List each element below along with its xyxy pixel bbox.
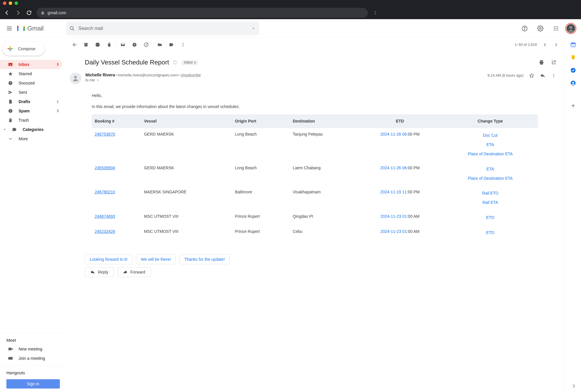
nav-item-spam[interactable]: Spam3 [0,106,62,116]
delete-button[interactable] [106,42,112,48]
smart-reply-button[interactable]: We will be there! [136,254,176,264]
help-button[interactable] [519,23,530,34]
booking-link[interactable]: 246753870 [95,132,115,136]
message-more-button[interactable] [551,73,557,78]
snooze-button[interactable] [132,42,137,48]
change-link[interactable]: Rail ETA [445,198,535,207]
star-message-button[interactable] [529,73,535,78]
nav-item-inbox[interactable]: Inbox3 [0,60,62,69]
contacts-addon-button[interactable] [570,80,576,86]
nav-item-more[interactable]: More [0,134,62,143]
reply-icon-button[interactable] [540,73,546,78]
nav-item-sent[interactable]: Sent [0,88,62,97]
booking-link[interactable]: 244874693 [95,214,115,219]
change-link[interactable]: ETD [445,213,535,222]
change-link[interactable]: ETA [445,140,535,150]
calendar-addon-button[interactable]: 31 [570,42,576,48]
svg-point-7 [554,26,555,27]
change-link[interactable]: Rail ETD [445,189,535,198]
etd-link[interactable]: 2024-11-19 11 [380,190,407,194]
svg-point-13 [554,30,555,30]
nav-item-trash[interactable]: Trash [0,116,62,125]
main-menu-button[interactable] [2,25,16,32]
search-options-button[interactable] [250,26,256,31]
new-meeting-button[interactable]: New meeting [0,344,66,354]
smart-reply-button[interactable]: Looking forward to it! [85,254,132,264]
video-icon [8,346,13,352]
window-maximize-button[interactable] [15,1,18,5]
change-link[interactable]: ETA [445,165,535,174]
svg-point-6 [539,28,541,29]
schedule-table: Booking # Vessel Origin Port Destination… [92,114,538,240]
older-button[interactable] [553,42,559,48]
nav-item-categories[interactable]: Categories [0,125,62,134]
reply-button[interactable]: Reply [85,267,114,277]
move-to-button[interactable] [157,42,163,48]
change-link[interactable]: Place of Destination ETA [445,150,535,159]
booking-link[interactable]: 245535694 [95,166,115,170]
browser-address-bar[interactable]: gmail.com [37,8,368,18]
tasks-addon-button[interactable] [570,67,576,73]
smart-reply-button[interactable]: Thanks for the update! [179,254,230,264]
svg-point-11 [555,28,556,29]
booking-link[interactable]: 245232428 [95,229,115,234]
apps-button[interactable] [550,23,562,34]
label-chip-inbox[interactable]: Inbox × [182,60,198,65]
browser-reload-button[interactable] [26,9,33,16]
forward-button[interactable]: Forward [117,267,151,277]
compose-button[interactable]: Compose [2,42,45,56]
etd-link[interactable]: 2024-11-23 01 [380,229,407,234]
message-subject: Daily Vessel Schedule Report [85,59,169,66]
mark-unread-button[interactable] [120,42,126,48]
browser-menu-button[interactable] [372,9,379,16]
newer-button[interactable] [542,42,548,48]
unsubscribe-link[interactable]: Unsubscribe [180,73,200,77]
nav-item-starred[interactable]: Starred [0,69,62,78]
nav-item-snoozed[interactable]: Snoozed [0,78,62,88]
change-link[interactable]: Doc Cut [445,131,535,140]
trash-icon [8,117,13,123]
window-close-button[interactable] [3,1,6,5]
sender-avatar[interactable] [70,73,81,84]
etd-link[interactable]: 2024-11-23 01 [380,214,407,219]
change-link[interactable]: Place of Destination ETA [445,174,535,183]
archive-button[interactable] [83,42,89,48]
svg-point-36 [572,82,574,84]
get-addons-button[interactable] [570,103,576,109]
browser-forward-button[interactable] [15,9,21,16]
labels-button[interactable] [168,42,174,48]
more-toolbar-button[interactable] [180,42,186,48]
meet-header: Meet [0,336,66,344]
message-timestamp: 9:14 AM (8 hours ago) [487,73,523,78]
keep-addon-button[interactable] [570,55,576,60]
add-to-tasks-button[interactable] [143,42,149,48]
search-icon[interactable] [69,26,75,31]
settings-button[interactable] [535,23,546,34]
lock-icon [41,11,45,15]
etd-link[interactable]: 2024-11-26 06 [380,132,407,136]
browser-back-button[interactable] [3,9,10,16]
hangouts-sign-in-button[interactable]: Sign in [6,379,60,389]
svg-point-1 [375,12,376,13]
window-minimize-button[interactable] [9,1,12,5]
svg-point-28 [553,74,554,75]
back-to-list-button[interactable] [72,42,78,48]
report-spam-button[interactable] [95,42,101,48]
etd-link[interactable]: 2024-11-26 06 [380,166,407,170]
account-avatar[interactable] [566,24,576,33]
join-meeting-button[interactable]: Join a meeting [0,354,66,363]
open-new-window-button[interactable] [551,60,557,65]
gmail-logo-icon [16,25,26,32]
show-details-button[interactable] [96,78,100,82]
change-link[interactable]: ETD [445,228,535,238]
svg-rect-21 [8,357,13,360]
search-input[interactable] [78,26,248,31]
gmail-logo[interactable]: Gmail [16,25,66,32]
svg-point-27 [74,76,77,78]
booking-link[interactable]: 246780210 [95,190,115,194]
print-button[interactable] [539,60,544,65]
nav-item-drafts[interactable]: Drafts1 [0,97,62,106]
remove-label-x-icon[interactable]: × [194,60,196,65]
hide-side-panel-button[interactable] [571,383,576,389]
importance-marker[interactable] [173,60,178,65]
